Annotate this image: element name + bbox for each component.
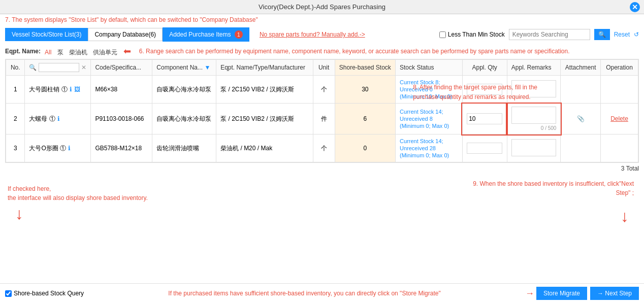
tabs-row: Vessel Stock/Store List(3) Company Datab… — [0, 25, 644, 44]
row2-remarks-input[interactable] — [511, 107, 557, 124]
th-shore-stock: Shore-based Stock — [335, 60, 395, 76]
row2-eqpt: 泵 / 2C150 VIB2 / 汉姆沃斯 — [216, 104, 313, 134]
row3-code: GB5788-M12×18 — [91, 134, 152, 162]
th-no: No. — [6, 60, 25, 76]
row2-char-count: 0 / 500 — [511, 125, 557, 131]
total-row: 3 Total — [0, 163, 644, 174]
name-search-input[interactable] — [39, 63, 79, 72]
row2-name: 大螺母 ① ℹ — [25, 104, 91, 134]
th-attachment: Attachment — [561, 60, 601, 76]
row2-qty-input[interactable] — [467, 113, 502, 124]
tab-company-database[interactable]: Company Database(6) — [88, 28, 163, 41]
row3-shore-stock: 0 — [335, 134, 395, 162]
clear-icon[interactable]: ✕ — [81, 64, 86, 71]
filter-icon[interactable]: ▼ — [204, 64, 210, 71]
tab-added-purchase[interactable]: Added Purchase Items 1 — [163, 27, 249, 42]
info-icon[interactable]: ℹ — [57, 115, 60, 122]
table-row: 1 大号圆柱销 ① ℹ 🖼 M66×38 自吸离心海水冷却泵 泵 / 2C150… — [6, 76, 638, 104]
filter-pump[interactable]: 泵 — [57, 49, 63, 56]
image-icon[interactable]: 🖼 — [74, 86, 80, 93]
tab-badge: 1 — [235, 30, 243, 39]
eqpt-label: Eqpt. Name: — [5, 48, 41, 55]
th-stock-status: Stock Status — [396, 60, 463, 76]
filter-all[interactable]: All — [45, 49, 51, 56]
row3-remarks-input[interactable] — [511, 139, 557, 156]
row3-unit: 个 — [313, 134, 335, 162]
row1-eqpt: 泵 / 2C150 VIB2 / 汉姆沃斯 — [216, 76, 313, 104]
th-operation: Operation — [601, 60, 638, 76]
ann-right-text: 9. When the shore based inventory is ins… — [461, 179, 634, 197]
arrow-down-icon: ↓ — [15, 205, 23, 223]
th-appl-remarks: Appl. Remarks — [507, 60, 561, 76]
eqpt-filter-row: Eqpt. Name: All 泵 柴油机 供油单元 ⬅ 6. Range se… — [0, 44, 644, 59]
tabs-right: Less Than Min Stock 🔍 Reset ↺ — [439, 29, 639, 40]
row1-no: 1 — [6, 76, 25, 104]
window-title: Vicory(Deck Dept.)-Add Spares Purchasing — [259, 3, 385, 11]
row3-remarks-cell — [507, 134, 561, 162]
row3-eqpt: 柴油机 / M20 / Mak — [216, 134, 313, 162]
row2-status: Current Stock 14; Unreceived 8(Minimum 0… — [396, 104, 463, 134]
row3-comp: 齿轮润滑油喷嘴 — [152, 134, 216, 162]
arrow-right-icon: → — [525, 288, 534, 299]
row1-operation — [601, 76, 638, 104]
search-button[interactable]: 🔍 — [594, 29, 610, 40]
reset-icon: ↺ — [634, 31, 639, 38]
row2-shore-stock: 6 — [335, 104, 395, 134]
filter-diesel[interactable]: 柴油机 — [69, 49, 87, 56]
row2-attachment: 📎 — [561, 104, 601, 134]
tab-vessel-stock[interactable]: Vessel Stock/Store List(3) — [5, 28, 88, 41]
table-row: 2 大螺母 ① ℹ P91103-0018-066 自吸离心海水冷却泵 泵 / … — [6, 104, 638, 134]
attachment-icon[interactable]: 📎 — [577, 115, 585, 122]
shore-stock-checkbox[interactable] — [5, 290, 12, 297]
title-bar: Vicory(Deck Dept.)-Add Spares Purchasing… — [0, 0, 644, 14]
row2-qty-cell — [462, 104, 507, 134]
bottom-hint-text: If the purchased items have sufficient s… — [84, 290, 525, 297]
row1-shore-stock: 30 — [335, 76, 395, 104]
row1-comp: 自吸离心海水冷却泵 — [152, 76, 216, 104]
main-table-container: No. 🔍 ✕ Code/Specifica... Component Na..… — [5, 59, 639, 163]
row1-code: M66×38 — [91, 76, 152, 104]
row2-delete-button[interactable]: Delete — [610, 115, 628, 122]
info-icon[interactable]: ℹ — [70, 86, 72, 93]
close-button[interactable]: ✕ — [630, 2, 640, 12]
hint6-text: 6. Range search can be performed by equi… — [139, 48, 570, 55]
less-than-min-label[interactable]: Less Than Min Stock — [439, 31, 505, 38]
row1-attachment — [561, 76, 601, 104]
spare-parts-table: No. 🔍 ✕ Code/Specifica... Component Na..… — [6, 59, 638, 162]
th-comp: Component Na... ▼ — [152, 60, 216, 76]
row2-remarks-cell: 0 / 500 — [507, 104, 561, 134]
th-code: Code/Specifica... — [91, 60, 152, 76]
row2-comp: 自吸离心海水冷却泵 — [152, 104, 216, 134]
bottom-bar: Shore-based Stock Query If the purchased… — [0, 283, 644, 303]
keyword-search-input[interactable] — [509, 29, 590, 40]
row3-name: 大号O形圈 ① ℹ — [25, 134, 91, 162]
th-unit: Unit — [313, 60, 335, 76]
arrow-down-right-icon: ↓ — [621, 207, 629, 226]
annotation-section: If checked here, the interface will also… — [5, 174, 639, 240]
manual-add-link[interactable]: No spare parts found? Manually add.-> — [260, 31, 365, 38]
table-row: 3 大号O形圈 ① ℹ GB5788-M12×18 齿轮润滑油喷嘴 柴油机 / … — [6, 134, 638, 162]
row3-status: Current Stock 14; Unreceived 28(Minimum … — [396, 134, 463, 162]
shore-stock-checkbox-label[interactable]: Shore-based Stock Query — [5, 290, 84, 297]
row1-name: 大号圆柱销 ① ℹ 🖼 — [25, 76, 91, 104]
row3-no: 3 — [6, 134, 25, 162]
arrow-right-icon: ⬅ — [123, 46, 131, 56]
row3-qty-input[interactable] — [467, 143, 502, 154]
row2-operation: Delete — [601, 104, 638, 134]
row3-qty-cell — [462, 134, 507, 162]
filter-fuel[interactable]: 供油单元 — [93, 49, 117, 56]
info-icon[interactable]: ℹ — [68, 145, 71, 152]
th-eqpt: Eqpt. Name/Type/Manufacturer — [216, 60, 313, 76]
reset-link[interactable]: Reset — [614, 31, 630, 38]
hint7-text: 7. The system displays "Store List" by d… — [0, 14, 644, 25]
row2-unit: 件 — [313, 104, 335, 134]
store-migrate-button[interactable]: Store Migrate — [536, 287, 587, 300]
ann-left-text: If checked here, the interface will also… — [8, 184, 148, 203]
th-appl-qty: Appl. Qty — [462, 60, 507, 76]
eqpt-filter: All 泵 柴油机 供油单元 ⬅ — [45, 46, 135, 57]
less-than-min-checkbox[interactable] — [439, 31, 446, 38]
row2-no: 2 — [6, 104, 25, 134]
row1-unit: 个 — [313, 76, 335, 104]
next-step-button[interactable]: → Next Step — [590, 287, 639, 300]
row2-code: P91103-0018-066 — [91, 104, 152, 134]
